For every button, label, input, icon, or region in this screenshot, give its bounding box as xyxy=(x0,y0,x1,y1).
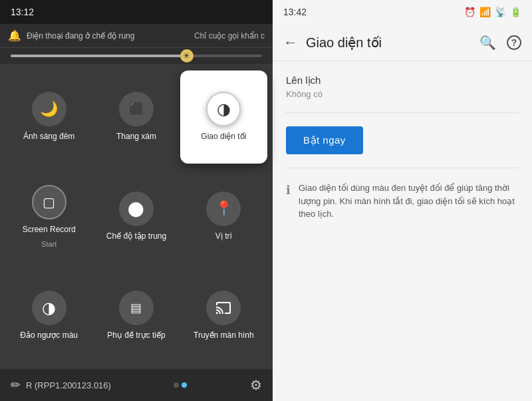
tile-label-dao-nguoc-mau: Đảo ngược màu xyxy=(20,331,78,341)
dots-indicator xyxy=(174,382,187,388)
tile-thang-xam[interactable]: ⬛ Thang xám xyxy=(92,70,180,164)
tile-label-anh-sang-dem: Ánh sáng đêm xyxy=(23,132,74,142)
tile-icon-giao-dien-toi: ◑ xyxy=(206,92,241,126)
schedule-value: Không có xyxy=(286,89,519,99)
tile-icon-che-do-tap-trung: ⬤ xyxy=(119,192,154,226)
brightness-thumb xyxy=(180,49,194,63)
tile-icon-vi-tri: 📍 xyxy=(206,192,241,226)
quick-tiles-grid: 🌙 Ánh sáng đêm ⬛ Thang xám ◑ Giao diện t… xyxy=(0,64,273,369)
left-time: 13:12 xyxy=(11,7,34,17)
tile-che-do-tap-trung[interactable]: ⬤ Chế độ tập trung xyxy=(92,164,180,270)
info-section: ℹ Giao diện tối dùng màu đen tuyệt đối đ… xyxy=(286,182,519,221)
tile-icon-anh-sang-dem: 🌙 xyxy=(32,92,66,126)
tile-truyen-man-hinh[interactable]: Truyền màn hình xyxy=(180,269,267,362)
info-icon: ℹ xyxy=(286,183,291,198)
dot-1 xyxy=(174,382,179,388)
right-time: 13:42 xyxy=(283,7,307,17)
alarm-icon: ⏰ xyxy=(464,7,475,17)
info-text: Giao diện tối dùng màu đen tuyệt đối để … xyxy=(299,182,519,221)
header-icons: 🔍 ? xyxy=(479,35,521,51)
tile-label-vi-tri: Vị trí xyxy=(215,231,232,242)
right-status-bar: 13:42 ⏰ 📶 📡 🔋 xyxy=(273,0,532,24)
schedule-section: Lên lịch Không có xyxy=(286,74,519,99)
left-bottom-bar: ✏ R (RPP1.200123.016) ⚙ xyxy=(0,369,273,401)
signal-icon: 📡 xyxy=(495,7,506,17)
battery-icon: 🔋 xyxy=(510,7,521,17)
right-panel: 13:42 ⏰ 📶 📡 🔋 ← Giao diện tối 🔍 ? Lên lị… xyxy=(273,0,532,401)
dot-2 xyxy=(182,382,187,388)
gear-icon[interactable]: ⚙ xyxy=(250,377,262,393)
tile-label-screen-record: Screen Record xyxy=(23,225,76,235)
tile-icon-phu-de-truc-tiep: ▤ xyxy=(119,291,154,325)
schedule-title: Lên lịch xyxy=(286,74,519,86)
tile-dao-nguoc-mau[interactable]: ◑ Đảo ngược màu xyxy=(5,269,92,362)
brightness-fill xyxy=(11,55,187,57)
header-title: Giao diện tối xyxy=(306,35,471,51)
right-header: ← Giao diện tối 🔍 ? xyxy=(273,24,532,61)
bottom-bar-left: ✏ R (RPP1.200123.016) xyxy=(11,378,111,392)
tile-vi-tri[interactable]: 📍 Vị trí xyxy=(180,164,267,270)
tile-icon-truyen-man-hinh xyxy=(206,291,241,325)
brightness-track[interactable] xyxy=(11,55,262,57)
section-divider-2 xyxy=(286,168,519,168)
bell-icon: 🔔 xyxy=(8,29,21,42)
tile-icon-thang-xam: ⬛ xyxy=(119,92,154,126)
notification-text: Điện thoại đang ở chế độ rung xyxy=(27,31,189,41)
search-icon[interactable]: 🔍 xyxy=(479,35,496,51)
back-arrow-icon[interactable]: ← xyxy=(283,34,298,51)
tile-label-giao-dien-toi: Giao diện tối xyxy=(201,132,246,142)
wifi-icon: 📶 xyxy=(479,7,491,17)
tile-label-thang-xam: Thang xám xyxy=(116,132,156,142)
tile-label-truyen-man-hinh: Truyền màn hình xyxy=(194,331,254,341)
right-content: Lên lịch Không có Bật ngay ℹ Giao diện t… xyxy=(273,61,532,401)
build-label: R (RPP1.200123.016) xyxy=(26,380,111,390)
tile-phu-de-truc-tiep[interactable]: ▤ Phụ đề trực tiếp xyxy=(92,269,180,362)
tile-icon-screen-record: ▢ xyxy=(32,185,66,219)
section-divider-1 xyxy=(286,112,519,113)
tile-label-phu-de-truc-tiep: Phụ đề trực tiếp xyxy=(107,331,165,341)
notification-right-text: Chỉ cuộc gọi khẩn c xyxy=(194,31,265,41)
tile-giao-dien-toi[interactable]: ◑ Giao diện tối xyxy=(180,70,267,164)
help-icon[interactable]: ? xyxy=(507,35,521,50)
pencil-icon[interactable]: ✏ xyxy=(11,378,21,392)
bat-ngay-button[interactable]: Bật ngay xyxy=(286,126,363,154)
tile-anh-sang-dem[interactable]: 🌙 Ánh sáng đêm xyxy=(5,70,92,164)
status-icons: ⏰ 📶 📡 🔋 xyxy=(464,7,521,17)
tile-sublabel-screen-record: Start xyxy=(41,240,57,248)
left-status-bar: 13:12 xyxy=(0,0,273,24)
tile-icon-dao-nguoc-mau: ◑ xyxy=(32,291,66,325)
tile-label-che-do-tap-trung: Chế độ tập trung xyxy=(106,231,166,242)
brightness-bar[interactable] xyxy=(0,48,273,64)
notification-bar: 🔔 Điện thoại đang ở chế độ rung Chỉ cuộc… xyxy=(0,24,273,48)
left-panel: 13:12 🔔 Điện thoại đang ở chế độ rung Ch… xyxy=(0,0,273,401)
tile-screen-record[interactable]: ▢ Screen Record Start xyxy=(5,164,92,270)
